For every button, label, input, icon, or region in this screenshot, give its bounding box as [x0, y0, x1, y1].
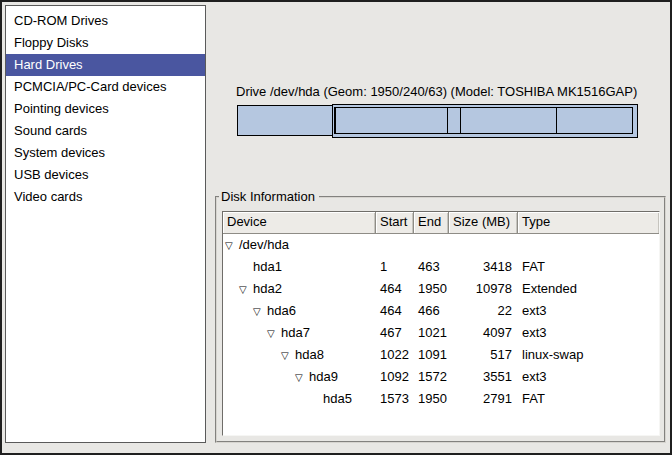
partition-segment-hda8: [447, 107, 461, 134]
disk-information-title: Disk Information: [219, 189, 319, 205]
end-cell: 1950: [414, 278, 449, 300]
start-cell: 1092: [376, 366, 414, 388]
disk-row-hda7[interactable]: ▽hda746710214097ext3: [223, 322, 659, 344]
disk-row-hda6[interactable]: ▽hda646446622ext3: [223, 300, 659, 322]
column-header-device[interactable]: Device: [223, 212, 376, 233]
disk-row-hda1[interactable]: hda114633418FAT: [223, 256, 659, 278]
disk-row-hda5[interactable]: hda5157319502791FAT: [223, 388, 659, 410]
disk-table-header: DeviceStartEndSize (MB)Type: [223, 212, 659, 234]
device-cell: hda5: [223, 388, 376, 410]
drive-geometry-label: Drive /dev/hda (Geom: 1950/240/63) (Mode…: [236, 84, 637, 99]
device-name: hda5: [323, 391, 352, 406]
expander-icon[interactable]: ▽: [253, 301, 267, 322]
size-cell: 2791: [449, 388, 518, 410]
expander-icon[interactable]: ▽: [239, 279, 253, 300]
sidebar-item-pointing-devices[interactable]: Pointing devices: [6, 98, 205, 120]
sidebar-item-system-devices[interactable]: System devices: [6, 142, 205, 164]
type-cell: linux-swap: [518, 344, 659, 366]
partition-segment-hda1: [237, 105, 333, 136]
type-cell: ext3: [518, 300, 659, 322]
column-header-start[interactable]: Start: [376, 212, 414, 233]
column-header-type[interactable]: Type: [518, 212, 659, 233]
type-cell: Extended: [518, 278, 659, 300]
disk-row-dev-hda[interactable]: ▽/dev/hda: [223, 234, 659, 256]
end-cell: 1091: [414, 344, 449, 366]
column-header-size-mb[interactable]: Size (MB): [449, 212, 518, 233]
expander-icon[interactable]: ▽: [295, 367, 309, 388]
device-cell: ▽hda2: [223, 278, 376, 300]
disk-table: DeviceStartEndSize (MB)Type ▽/dev/hdahda…: [222, 211, 660, 436]
device-category-list: CD-ROM DrivesFloppy DisksHard DrivesPCMC…: [5, 5, 206, 443]
partition-segment-hda5: [556, 107, 633, 134]
disk-table-body: ▽/dev/hdahda114633418FAT▽hda246419501097…: [223, 234, 659, 410]
end-cell: 1572: [414, 366, 449, 388]
device-name: /dev/hda: [239, 237, 289, 252]
disk-information-frame: Disk Information DeviceStartEndSize (MB)…: [215, 196, 666, 443]
expander-icon[interactable]: ▽: [281, 345, 295, 366]
sidebar-item-hard-drives[interactable]: Hard Drives: [6, 54, 205, 76]
type-cell: ext3: [518, 322, 659, 344]
expander-icon[interactable]: ▽: [267, 323, 281, 344]
end-cell: 1021: [414, 322, 449, 344]
device-cell: ▽hda7: [223, 322, 376, 344]
size-cell: [449, 234, 518, 256]
sidebar-item-video-cards[interactable]: Video cards: [6, 186, 205, 208]
device-cell: hda1: [223, 256, 376, 278]
sidebar-item-cd-rom-drives[interactable]: CD-ROM Drives: [6, 10, 205, 32]
type-cell: FAT: [518, 256, 659, 278]
device-cell: ▽/dev/hda: [223, 234, 376, 256]
size-cell: 4097: [449, 322, 518, 344]
column-header-end[interactable]: End: [414, 212, 449, 233]
expander-icon[interactable]: ▽: [225, 235, 239, 256]
disk-row-hda9[interactable]: ▽hda9109215723551ext3: [223, 366, 659, 388]
start-cell: 464: [376, 278, 414, 300]
extended-partition-segments: [334, 107, 636, 134]
size-cell: 517: [449, 344, 518, 366]
end-cell: 463: [414, 256, 449, 278]
start-cell: 1: [376, 256, 414, 278]
end-cell: [414, 234, 449, 256]
size-cell: 22: [449, 300, 518, 322]
sidebar-item-floppy-disks[interactable]: Floppy Disks: [6, 32, 205, 54]
partition-diagram: [237, 104, 638, 138]
device-name: hda7: [281, 325, 310, 340]
start-cell: 1573: [376, 388, 414, 410]
partition-segment-hda7: [335, 107, 448, 134]
device-name: hda8: [295, 347, 324, 362]
type-cell: [518, 234, 659, 256]
device-cell: ▽hda9: [223, 366, 376, 388]
start-cell: 1022: [376, 344, 414, 366]
hardware-browser-window: CD-ROM DrivesFloppy DisksHard DrivesPCMC…: [0, 0, 672, 455]
partition-segment-hda9: [460, 107, 558, 134]
sidebar-item-usb-devices[interactable]: USB devices: [6, 164, 205, 186]
start-cell: 464: [376, 300, 414, 322]
partition-segment-hda2-extended: [332, 104, 638, 138]
device-name: hda6: [267, 303, 296, 318]
device-cell: ▽hda8: [223, 344, 376, 366]
size-cell: 3551: [449, 366, 518, 388]
end-cell: 466: [414, 300, 449, 322]
type-cell: FAT: [518, 388, 659, 410]
size-cell: 10978: [449, 278, 518, 300]
disk-row-hda8[interactable]: ▽hda810221091517linux-swap: [223, 344, 659, 366]
device-name: hda9: [309, 369, 338, 384]
type-cell: ext3: [518, 366, 659, 388]
end-cell: 1950: [414, 388, 449, 410]
sidebar-item-sound-cards[interactable]: Sound cards: [6, 120, 205, 142]
device-name: hda1: [253, 259, 282, 274]
size-cell: 3418: [449, 256, 518, 278]
disk-row-hda2[interactable]: ▽hda2464195010978Extended: [223, 278, 659, 300]
start-cell: [376, 234, 414, 256]
start-cell: 467: [376, 322, 414, 344]
sidebar-item-pcmcia-pc-card-devices[interactable]: PCMCIA/PC-Card devices: [6, 76, 205, 98]
device-cell: ▽hda6: [223, 300, 376, 322]
device-name: hda2: [253, 281, 282, 296]
